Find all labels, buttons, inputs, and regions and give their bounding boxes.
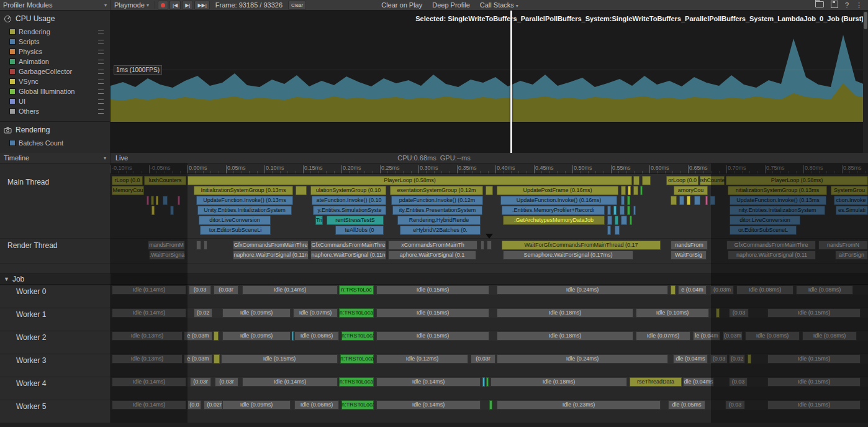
- timeline-tick[interactable]: [640, 186, 643, 195]
- module-rendering[interactable]: Rendering Batches Count: [0, 122, 110, 148]
- timeline-span[interactable]: .WaitForSigna: [149, 250, 185, 260]
- timeline-span[interactable]: Idle (0.14ms): [112, 285, 186, 295]
- timeline-tick[interactable]: [671, 196, 677, 205]
- timeline-span[interactable]: Semaphore.WaitForSignal (0.17ms): [503, 250, 633, 260]
- cpu-usage-header[interactable]: CPU Usage: [0, 11, 110, 27]
- timeline-span[interactable]: Idle (0.12ms): [376, 354, 468, 364]
- timeline-span[interactable]: Idle (0.15ms): [376, 331, 489, 341]
- timeline-span[interactable]: lushCounters: [144, 176, 186, 185]
- timeline-span[interactable]: GfxCommandsFromMainThre: [726, 241, 816, 250]
- timeline-span[interactable]: (0.0: [188, 400, 201, 410]
- timeline-span[interactable]: PlayerLoop (0.58ms): [726, 176, 868, 185]
- timeline-span[interactable]: UpdateFunction.Invoke() (0.16ms): [500, 196, 617, 205]
- timeline-tick[interactable]: [679, 196, 684, 205]
- timeline-span[interactable]: Rendering.HybridRende: [397, 216, 481, 225]
- timeline-span[interactable]: dle (0.05ms: [668, 400, 705, 410]
- timeline-tick[interactable]: [196, 241, 201, 250]
- timeline-span[interactable]: Idle (0.06ms): [294, 331, 339, 341]
- timeline-span[interactable]: eHybridV2Batches (0.: [400, 226, 481, 235]
- timeline-span[interactable]: naphore.WaitForSignal (0.11n: [233, 250, 309, 260]
- menu-button[interactable]: ⋮: [856, 1, 862, 9]
- legend-item-rendering[interactable]: Rendering: [0, 27, 110, 37]
- timeline-tick[interactable]: [486, 186, 493, 195]
- drag-handle-icon[interactable]: [98, 60, 104, 64]
- prev-frame-button[interactable]: |◀: [170, 1, 181, 10]
- timeline-span[interactable]: Idle (0.07ms): [293, 308, 338, 318]
- timeline-span[interactable]: e (0.04m: [678, 285, 707, 295]
- timeline-span[interactable]: aphore.WaitForSignal (0.1: [388, 250, 476, 260]
- thread-label-worker-0[interactable]: Worker 0: [0, 287, 110, 296]
- timeline-tick[interactable]: [705, 196, 708, 205]
- timeline-span[interactable]: Idle (0.15ms): [221, 354, 338, 364]
- job-group-header[interactable]: ▼ Job: [0, 273, 868, 285]
- timeline-span[interactable]: Idle (0.07ms): [636, 331, 690, 341]
- timeline-span[interactable]: n:TRSToLoca: [341, 400, 374, 410]
- legend-item-batches-count[interactable]: Batches Count: [0, 138, 110, 148]
- timeline-span[interactable]: ishCounters: [700, 176, 725, 185]
- timeline-tick[interactable]: [642, 176, 651, 185]
- timeline-tick[interactable]: [607, 206, 611, 215]
- timeline-span[interactable]: n:TRSToLoca: [341, 331, 374, 341]
- timeline-span[interactable]: (0.02: [729, 354, 745, 364]
- timeline-tick[interactable]: [170, 206, 174, 215]
- timeline-span[interactable]: Idle (0.15ms): [767, 377, 861, 387]
- drag-handle-icon[interactable]: [98, 80, 104, 84]
- timeline-span[interactable]: aitForSign: [835, 250, 868, 260]
- timeline-span[interactable]: (0.03m: [723, 331, 743, 341]
- timeline-span[interactable]: esentationSystemGroup (0.12m: [390, 186, 483, 195]
- clear-on-play-toggle[interactable]: Clear on Play: [381, 1, 422, 9]
- timeline-span[interactable]: nity.Entities.InitializationSystem: [730, 206, 825, 215]
- timeline-tick[interactable]: [633, 206, 636, 215]
- timeline-span[interactable]: Idle (0.14ms): [112, 400, 186, 410]
- timeline-tick[interactable]: [621, 186, 626, 195]
- legend-item-garbagecollector[interactable]: GarbageCollector: [0, 67, 110, 76]
- timeline-span[interactable]: Idle (0.15ms): [767, 354, 861, 364]
- cpu-chart-canvas[interactable]: [111, 11, 868, 122]
- timeline-span[interactable]: amoryCou: [674, 186, 708, 195]
- timeline-span[interactable]: Idle (0.15ms): [376, 308, 489, 318]
- next-frame-button[interactable]: ▶|: [182, 1, 193, 10]
- timeline-tick[interactable]: [627, 206, 630, 215]
- timeline-tick[interactable]: [482, 377, 485, 387]
- timeline-tick[interactable]: [716, 308, 720, 318]
- clear-button[interactable]: Clear: [288, 1, 306, 10]
- timeline-tick[interactable]: [607, 216, 612, 225]
- rendering-chart-strip[interactable]: [111, 122, 868, 153]
- timeline-span[interactable]: GfxCommandsFromMainThre: [233, 241, 309, 250]
- timeline-tick[interactable]: [620, 206, 625, 215]
- timeline-tick[interactable]: [633, 186, 638, 195]
- timeline-tick[interactable]: [214, 354, 220, 364]
- timeline-span[interactable]: ditor.LiveConversion: [199, 216, 271, 225]
- current-frame-button[interactable]: ▶▶|: [194, 1, 209, 10]
- timeline-tick[interactable]: [178, 196, 180, 205]
- legend-item-global-illumination[interactable]: Global Illumination: [0, 86, 110, 96]
- timeline-span[interactable]: n:TRSToLoca: [339, 377, 374, 387]
- timeline-span[interactable]: Idle (0.14ms): [376, 377, 481, 387]
- timeline-tick[interactable]: [671, 285, 676, 295]
- timeline-tick[interactable]: [481, 241, 484, 250]
- drag-handle-icon[interactable]: [98, 70, 104, 74]
- timeline-span[interactable]: Idle (0.13ms): [112, 354, 183, 364]
- timeline-tick[interactable]: [147, 196, 149, 205]
- selected-frame-playhead[interactable]: [510, 11, 512, 153]
- timeline-span[interactable]: PlayerLoop (0.58ms): [188, 176, 632, 185]
- timeline-span[interactable]: (0.02r: [204, 400, 225, 410]
- cpu-usage-chart[interactable]: 1ms (1000FPS) Selected: SingleWriteToBuf…: [111, 11, 868, 153]
- timeline-span[interactable]: (0.03: [725, 400, 745, 410]
- timeline-span[interactable]: Idle (0.08ms): [745, 331, 800, 341]
- timeline-span[interactable]: le (0.04m: [693, 331, 720, 341]
- timeline-span[interactable]: .Entities.MemoryProfiler+Recordi: [502, 206, 605, 215]
- timeline-span[interactable]: Idle (0.18ms): [497, 331, 633, 341]
- timeline-span[interactable]: orLoop (0.0: [666, 176, 698, 185]
- timeline-tick[interactable]: [292, 331, 294, 341]
- legend-item-scripts[interactable]: Scripts: [0, 37, 110, 47]
- timeline-canvas[interactable]: rLoop (0.0lushCountersPlayerLoop (0.58ms…: [111, 174, 868, 427]
- timeline-span[interactable]: pdateFunction.Invoke() (0.12m: [391, 196, 483, 205]
- timeline-span[interactable]: rLoop (0.0: [112, 176, 143, 185]
- timeline-tick[interactable]: [607, 226, 611, 235]
- timeline-tick[interactable]: [489, 400, 492, 410]
- legend-item-animation[interactable]: Animation: [0, 57, 110, 67]
- timeline-span[interactable]: (0.03r: [471, 354, 495, 364]
- timeline-span[interactable]: Idle (0.09ms): [222, 308, 291, 318]
- timeline-tick[interactable]: [204, 241, 207, 250]
